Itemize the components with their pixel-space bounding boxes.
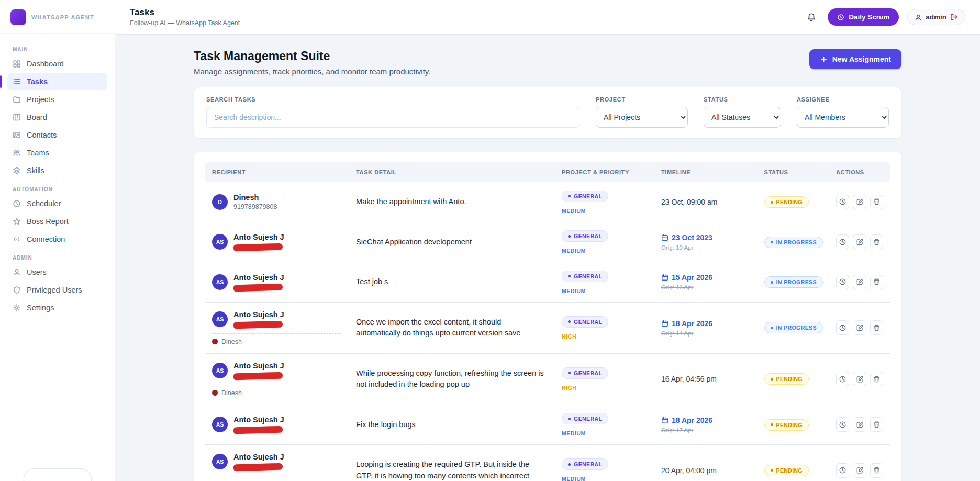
delete-button[interactable]	[870, 463, 883, 478]
delete-button[interactable]	[870, 320, 883, 335]
priority-label: MEDIUM	[562, 430, 647, 437]
edit-button[interactable]	[853, 417, 866, 432]
sidebar-section-label: ADMIN	[13, 255, 102, 261]
table-row: AS Anto Sujesh J Test job s GENERAL MEDI…	[205, 262, 890, 303]
table-row: AS Anto Sujesh J SieChat Application dev…	[205, 222, 890, 262]
status-badge: IN PROGRESS	[764, 237, 823, 248]
page-head-text: Task Management Suite Manage assignments…	[194, 49, 430, 76]
signal-icon	[13, 235, 21, 243]
delete-button[interactable]	[870, 234, 883, 249]
assignee-filter-group: ASSIGNEE All Members	[797, 96, 889, 128]
bell-icon	[807, 13, 816, 22]
delete-button[interactable]	[870, 417, 883, 432]
status-badge: IN PROGRESS	[764, 322, 823, 333]
redaction-mark	[233, 426, 283, 434]
recipient-name: Anto Sujesh J	[233, 416, 284, 424]
history-button[interactable]	[836, 234, 849, 249]
status-badge: PENDING	[764, 373, 809, 385]
assignee-filter-select[interactable]: All Members	[797, 107, 889, 128]
sidebar-item-users[interactable]: Users	[7, 264, 107, 281]
sidebar-item-board[interactable]: Board	[7, 109, 107, 126]
delete-trash-icon	[873, 421, 881, 429]
recipient-name: Dinesh	[233, 193, 277, 202]
new-assignment-button[interactable]: New Assignment	[809, 49, 901, 69]
edit-button[interactable]	[853, 195, 866, 209]
edit-button[interactable]	[853, 320, 866, 335]
notifications-button[interactable]	[804, 9, 819, 25]
search-group: SEARCH TASKS	[206, 96, 580, 128]
star-icon	[13, 217, 21, 226]
assignee-filter-label: ASSIGNEE	[797, 96, 889, 103]
delete-button[interactable]	[870, 275, 883, 289]
edit-button[interactable]	[853, 463, 866, 478]
recipient-name: Anto Sujesh J	[233, 310, 284, 319]
sidebar-item-label: Privileged Users	[27, 286, 82, 294]
sidebar-item-skills[interactable]: Skills	[7, 162, 107, 179]
sidebar-item-teams[interactable]: Teams	[7, 144, 107, 161]
calendar-icon	[661, 417, 669, 424]
sidebar-item-connection[interactable]: Connection	[7, 231, 107, 248]
badge-dot-icon	[771, 378, 773, 381]
sub-assignee-avatar-icon	[212, 339, 218, 344]
timeline-date: 18 Apr 2026	[661, 416, 750, 424]
delete-trash-icon	[873, 238, 881, 246]
daily-scrum-button[interactable]: Daily Scrum	[828, 8, 899, 26]
recipient-name: Anto Sujesh J	[233, 453, 284, 461]
main-column: Tasks Follow-up AI — WhatsApp Task Agent…	[115, 0, 980, 481]
status-filter-select[interactable]: All Statuses	[704, 107, 781, 128]
badge-dot-icon	[771, 423, 773, 426]
history-clock-icon	[839, 278, 847, 286]
history-button[interactable]	[836, 417, 849, 432]
sidebar-item-boss-report[interactable]: Boss Report	[7, 213, 107, 230]
sidebar-collapsed-widget[interactable]	[24, 468, 92, 481]
avatar: AS	[212, 274, 228, 290]
history-button[interactable]	[836, 372, 849, 386]
gear-icon	[13, 304, 21, 312]
project-filter-label: PROJECT	[596, 96, 688, 103]
project-badge: GENERAL	[562, 367, 608, 379]
admin-menu-button[interactable]: admin	[907, 9, 965, 25]
edit-pencil-icon	[856, 466, 864, 474]
logout-icon[interactable]	[950, 13, 958, 21]
redaction-mark	[233, 283, 283, 292]
badge-dot-icon	[771, 281, 773, 284]
sidebar-item-projects[interactable]: Projects	[7, 91, 107, 108]
history-button[interactable]	[836, 320, 849, 335]
project-badge: GENERAL	[562, 230, 608, 242]
sidebar-item-contacts[interactable]: Contacts	[7, 127, 107, 143]
delete-button[interactable]	[870, 372, 883, 386]
badge-dot-icon	[568, 195, 571, 197]
contact-card-icon	[13, 131, 21, 139]
sidebar-item-label: Tasks	[27, 77, 48, 86]
sidebar-section-label: AUTOMATION	[13, 186, 102, 192]
calendar-icon	[661, 320, 669, 327]
sidebar-item-settings[interactable]: Settings	[7, 299, 107, 316]
history-button[interactable]	[836, 275, 849, 289]
sidebar-item-tasks[interactable]: Tasks	[7, 73, 107, 90]
folder-icon	[13, 95, 21, 104]
new-assignment-label: New Assignment	[832, 55, 891, 63]
filters-card: SEARCH TASKS PROJECT All Projects STATUS…	[194, 87, 901, 138]
sidebar-item-privileged-users[interactable]: Privileged Users	[7, 282, 107, 298]
avatar: AS	[212, 234, 228, 250]
search-input[interactable]	[206, 107, 580, 128]
sidebar-item-label: Users	[27, 268, 47, 276]
badge-dot-icon	[568, 418, 571, 420]
daily-scrum-label: Daily Scrum	[849, 13, 889, 21]
history-button[interactable]	[836, 463, 849, 478]
status-badge: IN PROGRESS	[764, 276, 823, 288]
delete-button[interactable]	[870, 195, 883, 209]
edit-button[interactable]	[853, 234, 866, 249]
clock-icon	[837, 14, 844, 21]
edit-button[interactable]	[853, 372, 866, 386]
edit-button[interactable]	[853, 275, 866, 289]
history-button[interactable]	[836, 195, 849, 209]
history-clock-icon	[839, 466, 847, 474]
plus-icon	[820, 55, 828, 63]
sidebar-item-dashboard[interactable]: Dashboard	[7, 55, 107, 72]
project-filter-select[interactable]: All Projects	[596, 107, 688, 128]
sidebar-item-scheduler[interactable]: Scheduler	[7, 195, 107, 212]
page-title: Tasks	[130, 7, 240, 18]
column-header: STATUS	[757, 162, 829, 182]
top-bar-heading: Tasks Follow-up AI — WhatsApp Task Agent	[130, 7, 240, 27]
